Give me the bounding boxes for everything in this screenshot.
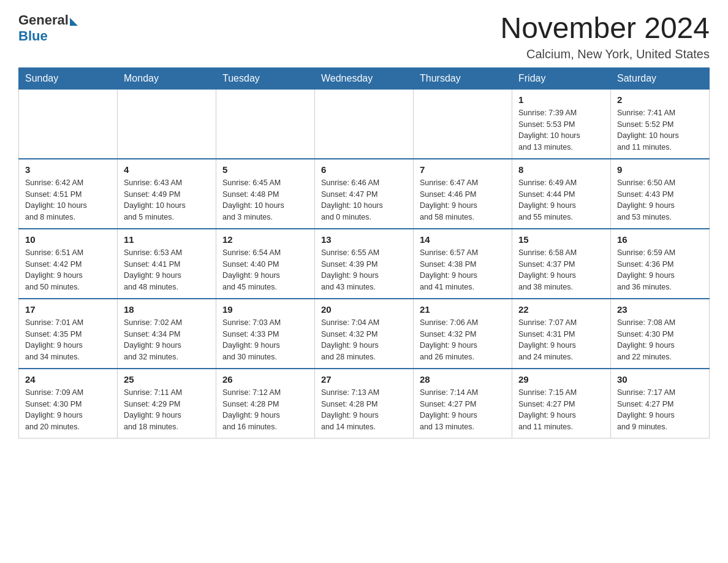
day-number: 21 [420,304,506,315]
logo-blue-text: Blue [18,28,48,44]
calendar-cell: 26Sunrise: 7:12 AM Sunset: 4:28 PM Dayli… [216,369,315,439]
calendar-cell: 11Sunrise: 6:53 AM Sunset: 4:41 PM Dayli… [118,229,216,299]
day-number: 16 [617,234,703,245]
day-number: 24 [25,374,111,385]
calendar-cell: 28Sunrise: 7:14 AM Sunset: 4:27 PM Dayli… [414,369,512,439]
calendar-cell: 25Sunrise: 7:11 AM Sunset: 4:29 PM Dayli… [118,369,216,439]
calendar-cell: 3Sunrise: 6:42 AM Sunset: 4:51 PM Daylig… [19,159,118,229]
day-number: 12 [222,234,308,245]
logo-general-text: General [18,12,69,28]
day-number: 10 [25,234,111,245]
logo-icon: General Blue [18,12,78,44]
calendar-table: SundayMondayTuesdayWednesdayThursdayFrid… [18,67,710,439]
calendar-cell [19,89,118,159]
day-number: 18 [124,304,210,315]
location-text: Calcium, New York, United States [500,47,710,61]
calendar-cell: 16Sunrise: 6:59 AM Sunset: 4:36 PM Dayli… [611,229,710,299]
column-header-thursday: Thursday [414,67,512,89]
calendar-week-row: 3Sunrise: 6:42 AM Sunset: 4:51 PM Daylig… [19,159,710,229]
calendar-cell: 22Sunrise: 7:07 AM Sunset: 4:31 PM Dayli… [512,299,611,369]
calendar-cell: 20Sunrise: 7:04 AM Sunset: 4:32 PM Dayli… [315,299,414,369]
day-number: 1 [518,94,604,105]
day-number: 23 [617,304,703,315]
day-info: Sunrise: 7:03 AM Sunset: 4:33 PM Dayligh… [222,317,308,363]
day-info: Sunrise: 6:49 AM Sunset: 4:44 PM Dayligh… [518,177,604,223]
column-header-tuesday: Tuesday [216,67,315,89]
day-number: 2 [617,94,703,105]
day-info: Sunrise: 7:14 AM Sunset: 4:27 PM Dayligh… [420,387,506,433]
title-section: November 2024 Calcium, New York, United … [500,12,710,61]
day-info: Sunrise: 7:02 AM Sunset: 4:34 PM Dayligh… [124,317,210,363]
day-number: 4 [124,164,210,175]
calendar-cell: 4Sunrise: 6:43 AM Sunset: 4:49 PM Daylig… [118,159,216,229]
logo: General Blue [18,12,78,44]
calendar-cell: 8Sunrise: 6:49 AM Sunset: 4:44 PM Daylig… [512,159,611,229]
day-info: Sunrise: 7:07 AM Sunset: 4:31 PM Dayligh… [518,317,604,363]
logo-triangle-icon [70,18,78,26]
day-info: Sunrise: 7:17 AM Sunset: 4:27 PM Dayligh… [617,387,703,433]
calendar-cell [414,89,512,159]
day-info: Sunrise: 6:55 AM Sunset: 4:39 PM Dayligh… [321,247,407,293]
calendar-cell: 5Sunrise: 6:45 AM Sunset: 4:48 PM Daylig… [216,159,315,229]
page-header: General Blue November 2024 Calcium, New … [18,12,710,61]
day-info: Sunrise: 6:42 AM Sunset: 4:51 PM Dayligh… [25,177,111,223]
day-info: Sunrise: 6:50 AM Sunset: 4:43 PM Dayligh… [617,177,703,223]
day-number: 11 [124,234,210,245]
column-header-sunday: Sunday [19,67,118,89]
calendar-cell: 24Sunrise: 7:09 AM Sunset: 4:30 PM Dayli… [19,369,118,439]
column-header-wednesday: Wednesday [315,67,414,89]
calendar-cell: 14Sunrise: 6:57 AM Sunset: 4:38 PM Dayli… [414,229,512,299]
calendar-cell: 30Sunrise: 7:17 AM Sunset: 4:27 PM Dayli… [611,369,710,439]
day-number: 26 [222,374,308,385]
day-info: Sunrise: 6:59 AM Sunset: 4:36 PM Dayligh… [617,247,703,293]
day-info: Sunrise: 6:47 AM Sunset: 4:46 PM Dayligh… [420,177,506,223]
day-number: 13 [321,234,407,245]
calendar-cell: 12Sunrise: 6:54 AM Sunset: 4:40 PM Dayli… [216,229,315,299]
column-header-saturday: Saturday [611,67,710,89]
day-number: 19 [222,304,308,315]
calendar-cell: 6Sunrise: 6:46 AM Sunset: 4:47 PM Daylig… [315,159,414,229]
calendar-cell: 18Sunrise: 7:02 AM Sunset: 4:34 PM Dayli… [118,299,216,369]
calendar-cell: 1Sunrise: 7:39 AM Sunset: 5:53 PM Daylig… [512,89,611,159]
day-info: Sunrise: 7:11 AM Sunset: 4:29 PM Dayligh… [124,387,210,433]
day-info: Sunrise: 6:43 AM Sunset: 4:49 PM Dayligh… [124,177,210,223]
day-info: Sunrise: 6:54 AM Sunset: 4:40 PM Dayligh… [222,247,308,293]
calendar-cell: 2Sunrise: 7:41 AM Sunset: 5:52 PM Daylig… [611,89,710,159]
day-number: 22 [518,304,604,315]
calendar-cell: 13Sunrise: 6:55 AM Sunset: 4:39 PM Dayli… [315,229,414,299]
day-number: 30 [617,374,703,385]
calendar-week-row: 17Sunrise: 7:01 AM Sunset: 4:35 PM Dayli… [19,299,710,369]
calendar-cell: 29Sunrise: 7:15 AM Sunset: 4:27 PM Dayli… [512,369,611,439]
day-number: 15 [518,234,604,245]
day-number: 5 [222,164,308,175]
calendar-cell: 27Sunrise: 7:13 AM Sunset: 4:28 PM Dayli… [315,369,414,439]
day-info: Sunrise: 7:13 AM Sunset: 4:28 PM Dayligh… [321,387,407,433]
day-info: Sunrise: 7:01 AM Sunset: 4:35 PM Dayligh… [25,317,111,363]
day-info: Sunrise: 7:06 AM Sunset: 4:32 PM Dayligh… [420,317,506,363]
calendar-cell: 7Sunrise: 6:47 AM Sunset: 4:46 PM Daylig… [414,159,512,229]
day-info: Sunrise: 7:09 AM Sunset: 4:30 PM Dayligh… [25,387,111,433]
calendar-cell: 9Sunrise: 6:50 AM Sunset: 4:43 PM Daylig… [611,159,710,229]
day-number: 14 [420,234,506,245]
day-info: Sunrise: 7:15 AM Sunset: 4:27 PM Dayligh… [518,387,604,433]
day-info: Sunrise: 7:41 AM Sunset: 5:52 PM Dayligh… [617,107,703,153]
day-info: Sunrise: 6:57 AM Sunset: 4:38 PM Dayligh… [420,247,506,293]
day-info: Sunrise: 7:04 AM Sunset: 4:32 PM Dayligh… [321,317,407,363]
calendar-cell: 19Sunrise: 7:03 AM Sunset: 4:33 PM Dayli… [216,299,315,369]
day-number: 27 [321,374,407,385]
day-number: 29 [518,374,604,385]
calendar-week-row: 10Sunrise: 6:51 AM Sunset: 4:42 PM Dayli… [19,229,710,299]
calendar-cell [315,89,414,159]
day-info: Sunrise: 7:39 AM Sunset: 5:53 PM Dayligh… [518,107,604,153]
day-number: 28 [420,374,506,385]
calendar-header-row: SundayMondayTuesdayWednesdayThursdayFrid… [19,67,710,89]
calendar-cell: 10Sunrise: 6:51 AM Sunset: 4:42 PM Dayli… [19,229,118,299]
day-info: Sunrise: 7:08 AM Sunset: 4:30 PM Dayligh… [617,317,703,363]
calendar-cell: 21Sunrise: 7:06 AM Sunset: 4:32 PM Dayli… [414,299,512,369]
day-number: 20 [321,304,407,315]
calendar-week-row: 1Sunrise: 7:39 AM Sunset: 5:53 PM Daylig… [19,89,710,159]
day-info: Sunrise: 6:46 AM Sunset: 4:47 PM Dayligh… [321,177,407,223]
day-info: Sunrise: 6:53 AM Sunset: 4:41 PM Dayligh… [124,247,210,293]
day-info: Sunrise: 6:51 AM Sunset: 4:42 PM Dayligh… [25,247,111,293]
calendar-cell [118,89,216,159]
